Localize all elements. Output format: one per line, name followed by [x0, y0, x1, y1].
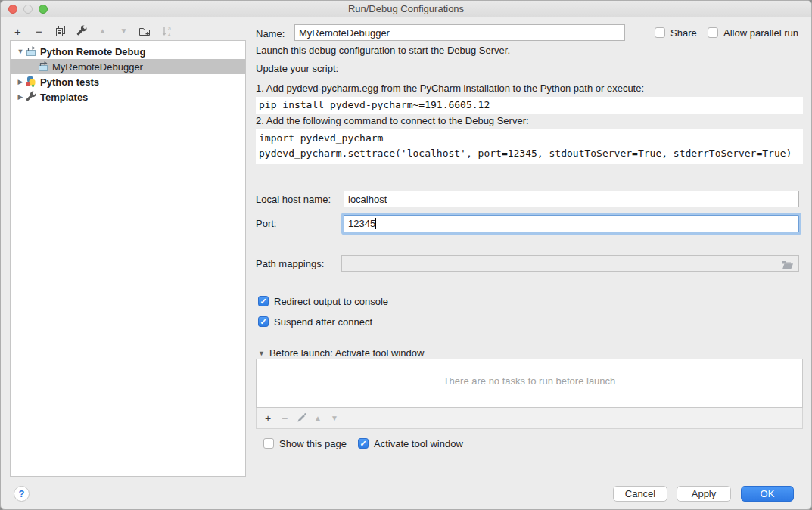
tree-item-python-remote-debug[interactable]: ▼ Python Remote Debug — [11, 44, 245, 59]
sort-az-icon: a z — [160, 25, 173, 37]
configurations-toolbar: + − ▲ ▼ — [11, 23, 173, 39]
suspend-after-connect-label: Suspend after connect — [274, 316, 372, 328]
share-checkbox[interactable] — [655, 27, 665, 38]
launch-instruction-text: Launch this debug configuration to start… — [256, 45, 510, 56]
suspend-after-connect-checkbox[interactable]: ✓ — [258, 316, 269, 327]
step2-text: 2. Add the following command to connect … — [256, 115, 529, 126]
activate-tool-window-checkbox[interactable]: ✓ — [358, 438, 369, 449]
step1-text: 1. Add pydevd-pycharm.egg from the PyCha… — [256, 82, 644, 94]
apply-button[interactable]: Apply — [677, 486, 731, 502]
empty-task-list-text: There are no tasks to run before launch — [257, 375, 802, 387]
port-value: 12345 — [348, 218, 375, 229]
move-down-button[interactable]: ▼ — [117, 24, 130, 38]
check-icon: ✓ — [260, 297, 266, 306]
section-divider — [431, 353, 801, 353]
add-task-button[interactable]: + — [263, 412, 273, 425]
redirect-output-label: Redirect output to console — [274, 296, 388, 307]
wrench-icon — [76, 25, 88, 37]
chevron-expanded-icon[interactable]: ▼ — [258, 350, 265, 357]
check-icon: ✓ — [260, 318, 266, 326]
path-mappings-label: Path mappings: — [256, 258, 324, 269]
edit-templates-button[interactable] — [75, 24, 88, 38]
port-input[interactable]: 12345 — [344, 215, 799, 232]
chevron-collapsed-icon[interactable]: ▶ — [16, 78, 25, 86]
add-configuration-button[interactable]: + — [11, 24, 24, 38]
arrow-up-icon: ▲ — [314, 415, 322, 422]
redirect-output-checkbox[interactable]: ✓ — [258, 296, 269, 306]
remove-configuration-button[interactable]: − — [33, 24, 45, 38]
svg-text:a: a — [168, 26, 171, 31]
new-folder-icon — [138, 25, 151, 37]
tree-item-label: Templates — [40, 92, 88, 103]
allow-parallel-run-checkbox[interactable] — [708, 27, 718, 38]
ok-button[interactable]: OK — [741, 486, 794, 502]
question-mark-icon: ? — [19, 488, 25, 499]
configurations-tree: ▼ Python Remote Debug MyRemoteDebugger ▶ — [10, 40, 246, 477]
activate-tool-window-label: Activate tool window — [374, 438, 463, 449]
move-up-button[interactable]: ▲ — [96, 24, 109, 38]
settrace-code-line2: pydevd_pycharm.settrace('localhost', por… — [259, 148, 792, 159]
chevron-expanded-icon[interactable]: ▼ — [16, 48, 25, 55]
remove-task-button[interactable]: − — [279, 412, 290, 425]
remote-debug-icon — [37, 61, 49, 73]
arrow-down-icon: ▼ — [331, 415, 338, 422]
remote-debug-icon — [25, 45, 37, 58]
name-input[interactable] — [294, 24, 625, 41]
task-list-toolbar: + − ▲ ▼ — [256, 408, 803, 429]
plus-icon: + — [14, 26, 21, 37]
sort-configurations-button[interactable]: a z — [160, 24, 173, 38]
pencil-icon — [297, 413, 306, 423]
arrow-down-icon: ▼ — [120, 27, 128, 35]
pip-install-code: pip install pydevd-pycharm~=191.6605.12 — [259, 99, 490, 110]
pip-install-code-block: pip install pydevd-pycharm~=191.6605.12 — [256, 97, 803, 114]
configuration-form: Name: Share Allow parallel run Launch th… — [256, 1, 803, 485]
update-script-text: Update your script: — [256, 63, 338, 74]
settrace-code-block: import pydevd_pycharm pydevd_pycharm.set… — [256, 129, 803, 164]
minus-icon: − — [282, 413, 288, 424]
edit-task-button[interactable] — [296, 412, 306, 425]
show-this-page-checkbox[interactable] — [263, 438, 274, 449]
local-host-input[interactable] — [344, 191, 799, 207]
name-label: Name: — [256, 28, 285, 39]
before-launch-header[interactable]: ▼ Before launch: Activate tool window — [258, 347, 801, 359]
tree-item-myremotedebugger[interactable]: MyRemoteDebugger — [11, 59, 245, 74]
run-debug-configurations-dialog: Run/Debug Configurations + − ▲ ▼ — [0, 0, 812, 510]
allow-parallel-run-label: Allow parallel run — [723, 27, 798, 39]
tree-item-label: Python tests — [40, 76, 99, 88]
python-tests-icon — [25, 76, 37, 88]
wrench-icon — [25, 91, 37, 103]
tree-item-label: MyRemoteDebugger — [52, 61, 143, 73]
browse-folder-icon[interactable] — [781, 259, 794, 269]
plus-icon: + — [265, 413, 271, 424]
check-icon: ✓ — [359, 440, 366, 448]
cancel-button[interactable]: Cancel — [613, 486, 667, 502]
tree-item-label: Python Remote Debug — [40, 46, 145, 58]
local-host-label: Local host name: — [256, 194, 331, 205]
move-task-down-button[interactable]: ▼ — [329, 412, 340, 425]
port-label: Port: — [256, 218, 276, 229]
path-mappings-field[interactable] — [341, 255, 799, 272]
tree-item-python-tests[interactable]: ▶ Python tests — [11, 74, 245, 89]
new-folder-button[interactable] — [138, 24, 151, 38]
share-label: Share — [670, 27, 697, 39]
text-caret — [375, 218, 376, 229]
tree-item-templates[interactable]: ▶ Templates — [11, 89, 245, 104]
chevron-collapsed-icon[interactable]: ▶ — [16, 93, 25, 101]
svg-text:z: z — [168, 31, 171, 36]
copy-configuration-button[interactable] — [54, 24, 67, 38]
show-this-page-label: Show this page — [279, 438, 347, 449]
move-task-up-button[interactable]: ▲ — [313, 412, 323, 425]
settrace-code-line1: import pydevd_pycharm — [259, 132, 383, 144]
before-launch-task-list[interactable]: There are no tasks to run before launch — [256, 359, 803, 408]
arrow-up-icon: ▲ — [99, 27, 107, 35]
before-launch-title: Before launch: Activate tool window — [269, 347, 425, 359]
copy-icon — [54, 25, 67, 37]
help-button[interactable]: ? — [14, 486, 30, 502]
minus-icon: − — [36, 26, 42, 37]
